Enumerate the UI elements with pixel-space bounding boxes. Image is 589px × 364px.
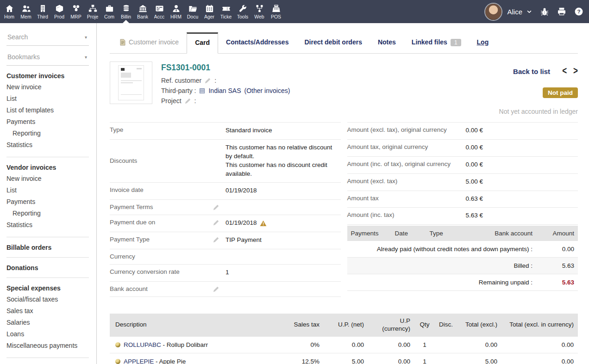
main-content: Customer invoice Card Contacts/Addresses… xyxy=(97,23,589,364)
topnav-agenda[interactable]: Ager xyxy=(201,0,218,23)
topnav-mrp[interactable]: MRP xyxy=(68,0,84,23)
help-icon[interactable]: ? xyxy=(574,7,583,16)
topnav-products[interactable]: Prod xyxy=(51,0,68,23)
sidebar-item-loans[interactable]: Loans xyxy=(6,328,96,340)
avatar[interactable] xyxy=(485,4,501,20)
amount-row: Amount tax 0.63 € xyxy=(347,191,578,208)
hrm-icon xyxy=(172,4,181,13)
sidebar-item-list[interactable]: List xyxy=(6,185,96,196)
edit-pencil-icon[interactable] xyxy=(213,286,219,292)
topnav-label: Web xyxy=(254,14,264,19)
product-description: - Rollup Dolibarr xyxy=(161,341,208,348)
dolibarr-invoice-page: Hom Mem Third Prod MRP Proje Com Billin xyxy=(0,0,589,364)
sidebar-section-vendor-invoices: Vendor invoices xyxy=(6,164,96,171)
lines-header-row: Description Sales tax U.P. (net) U.P (cu… xyxy=(110,314,578,337)
company-icon xyxy=(199,88,205,94)
sidebar-item-reporting[interactable]: Reporting xyxy=(6,128,96,139)
product-link[interactable]: ROLLUPABC xyxy=(124,341,161,348)
sidebar-item-social-fiscal-taxes[interactable]: Social/fiscal taxes xyxy=(6,294,96,305)
bug-icon[interactable] xyxy=(540,7,549,16)
svg-text:?: ? xyxy=(577,8,580,14)
edit-pencil-icon[interactable] xyxy=(213,219,219,226)
topnav-label: Third xyxy=(37,14,48,19)
next-record-icon[interactable]: > xyxy=(573,66,578,77)
tab-contacts-addresses[interactable]: Contacts/Addresses xyxy=(218,32,296,53)
topnav-members[interactable]: Mem xyxy=(18,0,34,23)
user-name[interactable]: Alice xyxy=(507,8,522,16)
linked-files-count-badge: 1 xyxy=(451,39,461,46)
sidebar-item-list[interactable]: List xyxy=(6,93,96,105)
tab-customer-invoice: Customer invoice xyxy=(112,32,187,53)
sidebar-item-list-of-templates[interactable]: List of templates xyxy=(6,105,96,116)
chevron-down-icon: ▾ xyxy=(85,35,87,40)
sidebar-item-salaries[interactable]: Salaries xyxy=(6,317,96,328)
payments-header-row: Payments Date Type Bank account Amount xyxy=(347,226,578,241)
billed-row: Billed : 5.63 xyxy=(347,258,578,274)
edit-pencil-icon[interactable] xyxy=(213,236,219,243)
sidebar-item-payments[interactable]: Payments xyxy=(6,116,96,128)
topnav-documents[interactable]: Docu xyxy=(184,0,201,23)
home-icon xyxy=(5,4,14,13)
divider xyxy=(6,157,89,157)
topnav-label: MRP xyxy=(70,14,81,19)
tab-notes[interactable]: Notes xyxy=(370,32,404,53)
topnav-billing[interactable]: Billin xyxy=(118,0,134,23)
sidebar-section-donations[interactable]: Donations xyxy=(6,264,96,271)
field-currency: Currency xyxy=(110,249,341,265)
tab-direct-debit-orders[interactable]: Direct debit orders xyxy=(296,32,370,53)
chevron-down-icon[interactable] xyxy=(526,9,532,14)
edit-pencil-icon[interactable] xyxy=(185,98,191,104)
sidebar-item-payments[interactable]: Payments xyxy=(6,196,96,208)
tab-linked-files[interactable]: Linked files1 xyxy=(404,32,469,53)
topnav-label: Docu xyxy=(187,14,199,19)
tab-log[interactable]: Log xyxy=(469,32,497,53)
topnav-website[interactable]: Web xyxy=(251,0,268,23)
edit-pencil-icon[interactable] xyxy=(205,77,211,84)
divider xyxy=(6,358,89,358)
sidebar-item-new-invoice[interactable]: New invoice xyxy=(6,173,96,185)
tab-card[interactable]: Card xyxy=(187,32,218,54)
edit-pencil-icon[interactable] xyxy=(213,204,219,210)
field-bank-account: Bank account xyxy=(110,282,341,297)
divider xyxy=(6,278,89,278)
topnav-projects[interactable]: Proje xyxy=(84,0,101,23)
late-warning-icon xyxy=(260,220,267,227)
printer-icon[interactable] xyxy=(557,7,566,16)
agenda-icon xyxy=(205,4,214,13)
sidebar-item-new-invoice[interactable]: New invoice xyxy=(6,81,96,93)
sidebar-item-sales-tax[interactable]: Sales tax xyxy=(6,305,96,317)
topnav-tools[interactable]: Tools xyxy=(234,0,251,23)
topnav-label: Ager xyxy=(204,14,214,19)
colon: : xyxy=(194,97,196,105)
invoice-thumbnail[interactable] xyxy=(110,62,152,104)
field-type: Type Standard invoice xyxy=(110,122,341,140)
sidebar-item-reporting[interactable]: Reporting xyxy=(6,208,96,219)
third-party-link[interactable]: Indian SAS xyxy=(208,87,241,94)
sidebar-item-statistics[interactable]: Statistics xyxy=(6,139,96,151)
topnav-home[interactable]: Hom xyxy=(1,0,18,23)
product-description: - Apple Pie xyxy=(154,358,186,364)
topnav-hrm[interactable]: HRM xyxy=(168,0,184,23)
bookmarks-select[interactable]: Bookmarks ▾ xyxy=(6,50,89,66)
topnav-bank[interactable]: Bank xyxy=(134,0,151,23)
prev-record-icon[interactable]: < xyxy=(562,66,567,77)
topnav-pos[interactable]: POS xyxy=(268,0,284,23)
other-invoices-link[interactable]: (Other invoices) xyxy=(244,87,290,94)
sidebar-section-billable-orders[interactable]: Billable orders xyxy=(6,244,96,251)
topnav-third-parties[interactable]: Third xyxy=(34,0,51,23)
sidebar-item-miscellaneous-payments[interactable]: Miscellaneous payments xyxy=(6,340,96,352)
topnav-label: HRM xyxy=(170,14,182,19)
product-icon xyxy=(115,359,120,364)
colon: : xyxy=(214,77,216,84)
invoice-icon xyxy=(119,39,126,46)
back-to-list-link[interactable]: Back to list xyxy=(513,68,550,75)
topnav-commerce[interactable]: Com xyxy=(101,0,118,23)
documents-icon xyxy=(188,4,197,13)
product-link[interactable]: APPLEPIE xyxy=(124,358,154,364)
field-currency-conversion-rate: Currency conversion rate 1 xyxy=(110,265,341,282)
topnav-accountancy[interactable]: Accc xyxy=(151,0,168,23)
topnav-tickets[interactable]: Ticke xyxy=(218,0,234,23)
search-select[interactable]: Search ▾ xyxy=(6,31,89,46)
sidebar-item-statistics[interactable]: Statistics xyxy=(6,219,96,231)
table-row: ROLLUPABC - Rollup Dolibarr 0% 0.00 0.00… xyxy=(110,337,578,353)
